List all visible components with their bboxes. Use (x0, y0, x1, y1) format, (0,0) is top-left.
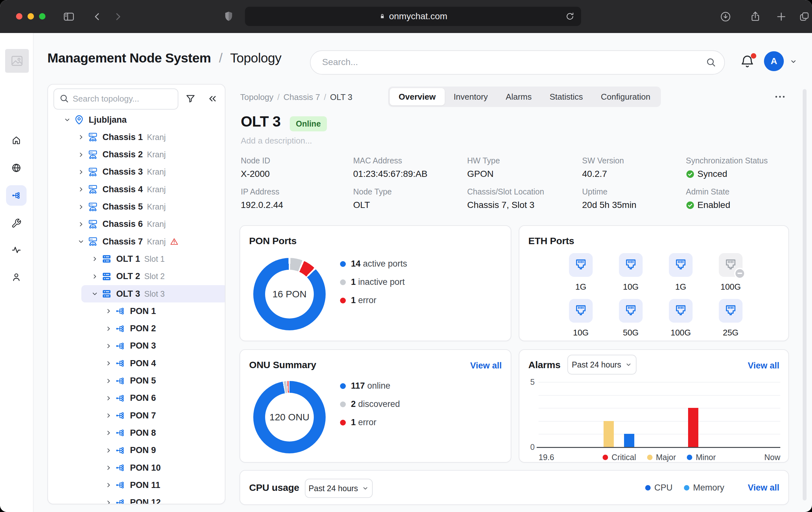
back-icon[interactable] (92, 11, 103, 22)
tree-item-pon-4[interactable]: PON 4 (105, 355, 156, 372)
share-icon[interactable] (749, 10, 761, 22)
chevron-down-icon[interactable] (64, 117, 70, 123)
tree-item-chassis-5[interactable]: Chassis 5Kranj (78, 198, 166, 216)
avatar[interactable]: A (764, 51, 784, 71)
sidebar-item-topology[interactable] (6, 185, 27, 206)
tree-item-chassis-7[interactable]: Chassis 7Kranj (78, 233, 179, 250)
view-all-link[interactable]: View all (470, 361, 502, 371)
breadcrumb-item[interactable]: Chassis 7 (283, 92, 320, 102)
tree-item-pon-2[interactable]: PON 2 (105, 320, 156, 338)
eth-port-1g[interactable] (669, 253, 693, 277)
tree-item-chassis-2[interactable]: Chassis 2Kranj (78, 146, 166, 163)
chevron-right-icon[interactable] (105, 395, 112, 401)
scrollbar-thumb[interactable] (803, 89, 807, 501)
account-chevron-down-icon[interactable] (790, 58, 797, 65)
sidebar-item-home[interactable] (6, 130, 27, 151)
tree-item-pon-9[interactable]: PON 9 (105, 442, 156, 459)
global-search-input[interactable] (321, 51, 701, 73)
close-window-button[interactable] (16, 13, 22, 20)
timeframe-dropdown[interactable]: Past 24 hours (568, 355, 637, 375)
sidebar-item-activity[interactable] (6, 240, 27, 260)
tab-configuration[interactable]: Configuration (592, 88, 660, 105)
global-search[interactable] (310, 50, 725, 75)
minimize-window-button[interactable] (28, 13, 34, 20)
tree-item-olt-3[interactable]: OLT 3Slot 3 (81, 285, 225, 302)
chevron-right-icon[interactable] (105, 500, 112, 504)
eth-port-25g[interactable] (719, 299, 743, 323)
chevron-right-icon[interactable] (105, 412, 112, 419)
tree-search-input[interactable] (72, 89, 173, 108)
tree-item-pon-5[interactable]: PON 5 (105, 372, 156, 389)
alarm-bar-minor[interactable] (624, 434, 634, 447)
collapse-panel-icon[interactable] (207, 93, 218, 104)
tree-item-ljubljana[interactable]: Ljubljana (64, 111, 127, 129)
chevron-down-icon[interactable] (78, 238, 84, 245)
chevron-right-icon[interactable] (105, 326, 112, 332)
chevron-right-icon[interactable] (92, 273, 98, 280)
chevron-right-icon[interactable] (105, 465, 112, 471)
chevron-right-icon[interactable] (78, 134, 84, 140)
tree-item-pon-7[interactable]: PON 7 (105, 407, 156, 424)
chevron-right-icon[interactable] (105, 308, 112, 314)
breadcrumb-item[interactable]: Topology (240, 92, 273, 102)
sidebar-item-user[interactable] (6, 267, 27, 288)
chevron-right-icon[interactable] (105, 360, 112, 367)
tree-item-chassis-3[interactable]: Chassis 3Kranj (78, 163, 166, 181)
tree-search[interactable] (54, 88, 178, 110)
chevron-right-icon[interactable] (105, 430, 112, 436)
chevron-down-icon[interactable] (92, 291, 98, 297)
tree-item-pon-6[interactable]: PON 6 (105, 389, 156, 407)
alarm-bar-major[interactable] (604, 421, 614, 447)
address-bar[interactable]: onmychat.com (245, 7, 581, 26)
tree-item-pon-10[interactable]: PON 10 (105, 459, 161, 477)
downloads-icon[interactable] (720, 11, 731, 22)
chevron-right-icon[interactable] (78, 186, 84, 193)
eth-port-100g-disabled[interactable] (719, 253, 743, 277)
eth-port-50g[interactable] (619, 299, 643, 323)
tab-overview[interactable]: Overview (390, 88, 445, 105)
chevron-right-icon[interactable] (105, 447, 112, 454)
sidebar-item-tools[interactable] (6, 213, 27, 234)
tree-item-pon-3[interactable]: PON 3 (105, 338, 156, 355)
chevron-right-icon[interactable] (78, 204, 84, 210)
chevron-right-icon[interactable] (105, 378, 112, 384)
eth-port-1g[interactable] (569, 253, 593, 277)
alarm-bar-critical[interactable] (688, 408, 698, 447)
new-tab-icon[interactable] (776, 11, 787, 22)
reload-icon[interactable] (565, 11, 575, 21)
sidebar-item-globe[interactable] (6, 158, 27, 178)
tab-statistics[interactable]: Statistics (541, 88, 592, 105)
tab-alarms[interactable]: Alarms (497, 88, 541, 105)
more-menu-icon[interactable] (774, 90, 786, 103)
tree-item-pon-1[interactable]: PON 1 (105, 302, 156, 320)
zoom-window-button[interactable] (39, 13, 46, 20)
description-placeholder[interactable]: Add a description... (241, 136, 312, 146)
filter-icon[interactable] (185, 93, 196, 104)
chevron-right-icon[interactable] (78, 169, 84, 175)
tab-overview-icon[interactable] (799, 11, 810, 22)
chevron-right-icon[interactable] (78, 221, 84, 227)
tree-item-pon-11[interactable]: PON 11 (105, 477, 161, 494)
tree-item-chassis-1[interactable]: Chassis 1Kranj (78, 129, 166, 146)
chevron-right-icon[interactable] (78, 152, 84, 158)
tree-item-chassis-6[interactable]: Chassis 6Kranj (78, 216, 166, 233)
breadcrumb-item[interactable]: OLT 3 (330, 92, 352, 102)
shield-icon[interactable] (223, 10, 234, 22)
chevron-right-icon[interactable] (105, 343, 112, 349)
chevron-right-icon[interactable] (92, 256, 98, 262)
view-all-link[interactable]: View all (748, 361, 779, 371)
tab-inventory[interactable]: Inventory (445, 88, 497, 105)
tree-item-olt-2[interactable]: OLT 2Slot 2 (92, 268, 165, 285)
eth-port-100g[interactable] (669, 299, 693, 323)
tree-item-pon-8[interactable]: PON 8 (105, 424, 156, 441)
eth-port-10g[interactable] (569, 299, 593, 323)
notifications-bell-icon[interactable] (740, 54, 755, 69)
view-all-link[interactable]: View all (748, 483, 779, 493)
forward-icon[interactable] (113, 11, 123, 22)
chevron-right-icon[interactable] (105, 482, 112, 488)
tree-item-olt-1[interactable]: OLT 1Slot 1 (92, 250, 165, 268)
tree-item-chassis-4[interactable]: Chassis 4Kranj (78, 181, 166, 198)
eth-port-10g[interactable] (619, 253, 643, 277)
timeframe-dropdown[interactable]: Past 24 hours (305, 479, 373, 498)
tree-item-pon-12[interactable]: PON 12 (105, 494, 161, 504)
